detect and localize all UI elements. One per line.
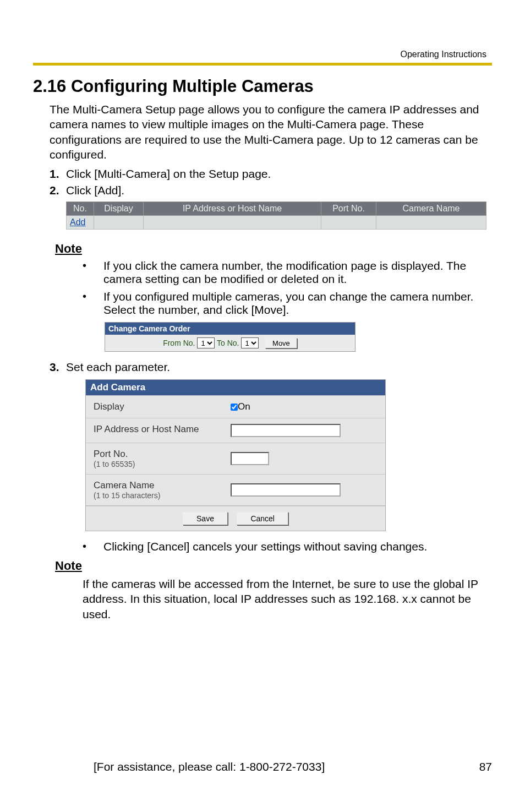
cancel-button[interactable]: Cancel [237, 512, 288, 525]
intro-paragraph: The Multi-Camera Setup page allows you t… [50, 102, 492, 162]
note-heading-2: Note [55, 559, 492, 573]
to-no-select[interactable]: 1 [241, 337, 259, 348]
change-order-panel: Change Camera Order From No. 1 To No. 1 … [105, 322, 356, 352]
move-button[interactable]: Move [265, 338, 297, 348]
port-label: Port No. [94, 449, 218, 460]
camera-table: No. Display IP Address or Host Name Port… [66, 201, 486, 230]
on-label: On [238, 401, 250, 412]
ip-label: IP Address or Host Name [86, 418, 226, 443]
port-input[interactable] [231, 452, 269, 465]
step-3-num: 3. [50, 361, 66, 374]
to-label: To No. [217, 339, 239, 347]
ip-input[interactable] [231, 424, 341, 437]
table-row: Add [67, 216, 486, 230]
camera-name-label: Camera Name [94, 480, 218, 491]
note-heading-1: Note [55, 242, 492, 256]
cancel-note-text: Clicking [Cancel] cancels your settings … [103, 540, 427, 553]
col-no-header: No. [67, 202, 94, 216]
change-order-title: Change Camera Order [105, 323, 355, 335]
step-2-num: 2. [50, 184, 66, 197]
footer-assist: [For assistance, please call: 1-800-272-… [94, 760, 325, 773]
note-2-body: If the cameras will be accessed from the… [83, 576, 492, 622]
bullet-icon: • [83, 290, 103, 317]
add-link[interactable]: Add [70, 217, 85, 227]
port-hint: (1 to 65535) [94, 460, 218, 468]
save-button[interactable]: Save [183, 512, 228, 525]
from-no-select[interactable]: 1 [197, 337, 215, 348]
col-port-header: Port No. [321, 202, 376, 216]
col-display-header: Display [94, 202, 144, 216]
page-number: 87 [479, 760, 492, 773]
note-1-text: If you click the camera number, the modi… [103, 259, 492, 286]
add-camera-title: Add Camera [86, 380, 385, 395]
from-label: From No. [163, 339, 195, 347]
add-camera-panel: Add Camera Display On IP Address or Host… [85, 379, 386, 531]
doc-header: Operating Instructions [33, 50, 492, 59]
col-camname-header: Camera Name [376, 202, 486, 216]
step-3-text: Set each parameter. [66, 361, 170, 374]
step-2-text: Click [Add]. [66, 184, 124, 197]
step-1-num: 1. [50, 167, 66, 181]
display-label: Display [86, 396, 226, 418]
section-title: 2.16 Configuring Multiple Cameras [33, 77, 492, 96]
bullet-icon: • [83, 259, 103, 286]
display-on-checkbox[interactable] [231, 404, 238, 411]
camera-name-hint: (1 to 15 characters) [94, 491, 218, 500]
step-1-text: Click [Multi-Camera] on the Setup page. [66, 167, 271, 181]
col-ip-header: IP Address or Host Name [144, 202, 321, 216]
bullet-icon: • [83, 540, 103, 553]
note-2-text: If you configured multiple cameras, you … [103, 290, 492, 317]
accent-bar [33, 63, 492, 66]
camera-name-input[interactable] [231, 483, 341, 497]
